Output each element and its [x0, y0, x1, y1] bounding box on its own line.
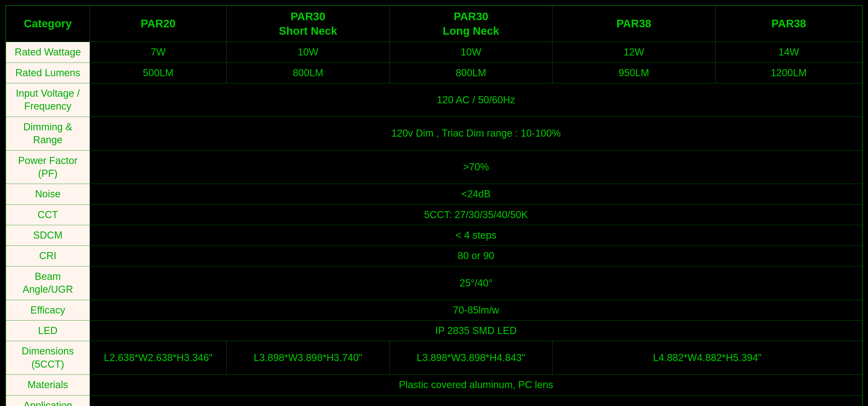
table-body: Rated Wattage7W10W10W12W14WRated Lumens5…	[6, 42, 863, 406]
par38-1-cell: 12W	[553, 42, 715, 63]
par30ln-cell: L3.898*W3.898*H4.843"	[390, 341, 553, 375]
header-row: Category PAR20 PAR30Short Neck PAR30Long…	[6, 5, 863, 42]
table-row: Application LocationWet location	[6, 395, 863, 406]
category-cell: Application Location	[6, 395, 90, 406]
table-row: MaterialsPlastic covered aluminum, PC le…	[6, 375, 863, 395]
table-row: Rated Lumens500LM800LM800LM950LM1200LM	[6, 63, 863, 83]
par20-cell: 500LM	[90, 63, 227, 83]
table-row: CRI80 or 90	[6, 246, 863, 266]
par38-2-cell: 14W	[715, 42, 862, 63]
span-cell: Plastic covered aluminum, PC lens	[90, 375, 863, 395]
table-row: Dimensions (5CCT)L2.638*W2.638*H3.346"L3…	[6, 341, 863, 375]
par30sn-header: PAR30Short Neck	[226, 5, 390, 42]
table-row: Noise<24dB	[6, 184, 863, 204]
span-cell: < 4 steps	[90, 225, 863, 246]
category-cell: Rated Lumens	[6, 63, 90, 83]
par38-combined-cell: L4.882*W4.882*H5.394"	[553, 341, 863, 375]
span-cell: 5CCT: 27/30/35/40/50K	[90, 204, 863, 225]
par38-1-cell: 950LM	[553, 63, 715, 83]
par30ln-cell: 800LM	[390, 63, 553, 83]
category-cell: CRI	[6, 246, 90, 266]
span-cell: >70%	[90, 150, 863, 184]
par30ln-cell: 10W	[390, 42, 553, 63]
category-cell: Materials	[6, 375, 90, 395]
par30ln-header: PAR30Long Neck	[390, 5, 553, 42]
table-row: Efficacy70-85lm/w	[6, 300, 863, 320]
category-cell: Noise	[6, 184, 90, 204]
category-cell: Input Voltage / Frequency	[6, 83, 90, 117]
span-cell: 120 AC / 50/60Hz	[90, 83, 863, 117]
span-cell: Wet location	[90, 395, 863, 406]
spec-table: Category PAR20 PAR30Short Neck PAR30Long…	[5, 5, 863, 406]
par30sn-cell: 10W	[226, 42, 390, 63]
category-cell: Rated Wattage	[6, 42, 90, 63]
category-cell: Beam Angle/UGR	[6, 266, 90, 300]
category-cell: SDCM	[6, 225, 90, 246]
par38-2-header: PAR38	[715, 5, 862, 42]
par38-2-cell: 1200LM	[715, 63, 862, 83]
table-row: CCT5CCT: 27/30/35/40/50K	[6, 204, 863, 225]
category-cell: Dimensions (5CCT)	[6, 341, 90, 375]
par38-1-header: PAR38	[553, 5, 715, 42]
span-cell: 120v Dim , Triac Dim range : 10-100%	[90, 117, 863, 150]
table-row: LEDIP 2835 SMD LED	[6, 320, 863, 341]
spec-table-wrapper: Category PAR20 PAR30Short Neck PAR30Long…	[5, 5, 863, 406]
table-row: Beam Angle/UGR25°/40°	[6, 266, 863, 300]
category-cell: CCT	[6, 204, 90, 225]
category-cell: Dimming & Range	[6, 117, 90, 150]
par20-cell: 7W	[90, 42, 227, 63]
par30sn-cell: 800LM	[226, 63, 390, 83]
span-cell: 70-85lm/w	[90, 300, 863, 320]
span-cell: 80 or 90	[90, 246, 863, 266]
par20-cell: L2.638*W2.638*H3.346"	[90, 341, 227, 375]
table-row: Rated Wattage7W10W10W12W14W	[6, 42, 863, 63]
table-row: Power Factor (PF)>70%	[6, 150, 863, 184]
table-row: Dimming & Range120v Dim , Triac Dim rang…	[6, 117, 863, 150]
par20-header: PAR20	[90, 5, 227, 42]
category-cell: LED	[6, 320, 90, 341]
category-cell: Power Factor (PF)	[6, 150, 90, 184]
category-cell: Efficacy	[6, 300, 90, 320]
table-row: Input Voltage / Frequency120 AC / 50/60H…	[6, 83, 863, 117]
span-cell: IP 2835 SMD LED	[90, 320, 863, 341]
span-cell: <24dB	[90, 184, 863, 204]
par30sn-cell: L3.898*W3.898*H3.740"	[226, 341, 390, 375]
table-row: SDCM< 4 steps	[6, 225, 863, 246]
category-header: Category	[6, 5, 90, 42]
span-cell: 25°/40°	[90, 266, 863, 300]
